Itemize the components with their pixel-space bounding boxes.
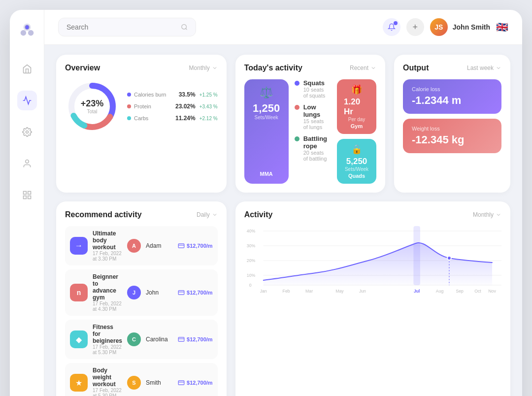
price-icon bbox=[178, 289, 185, 296]
activity-list: Squats 10 seats of squats Low lungs 15 s… bbox=[295, 79, 327, 184]
svg-rect-36 bbox=[413, 226, 420, 285]
stat-row-calories: Calories burn 33.5% +1.25 % bbox=[127, 91, 218, 98]
svg-rect-4 bbox=[26, 26, 29, 30]
quads-tag: Quads bbox=[348, 173, 365, 179]
output-filter[interactable]: Last week bbox=[467, 65, 501, 71]
rec-icon-0: → bbox=[70, 237, 88, 255]
chevron-down-icon bbox=[496, 212, 501, 218]
svg-text:20%: 20% bbox=[246, 258, 255, 263]
chart-area: 40% 30% 20% 10% 0 bbox=[244, 226, 501, 295]
chart-filter[interactable]: Monthly bbox=[473, 211, 501, 218]
recommend-filter[interactable]: Daily bbox=[197, 211, 218, 218]
rec-icon-3: ★ bbox=[70, 374, 88, 392]
output-card: Output Last week Calorie loss -1.2344 m … bbox=[394, 55, 510, 193]
sidebar-item-home[interactable] bbox=[17, 59, 37, 79]
rec-item-2: ◆ Fitness for beigineres 17 Feb, 2022 at… bbox=[65, 320, 218, 359]
stat-change-carbs: +2.12 % bbox=[200, 116, 218, 121]
output-header: Output Last week bbox=[403, 64, 501, 72]
svg-text:Oct: Oct bbox=[474, 289, 481, 294]
donut-center: +23% Total bbox=[81, 99, 104, 114]
overview-filter[interactable]: Monthly bbox=[189, 65, 218, 71]
chevron-down-icon bbox=[212, 212, 218, 218]
svg-line-13 bbox=[186, 29, 187, 30]
sidebar-item-activity[interactable] bbox=[17, 91, 37, 110]
rec-icon-2: ◆ bbox=[70, 330, 88, 348]
svg-point-1 bbox=[20, 30, 26, 35]
svg-text:10%: 10% bbox=[246, 273, 255, 278]
gym-value: 1.20 Hr bbox=[344, 97, 369, 117]
rec-title-0: Ultimate body workout bbox=[93, 230, 122, 251]
output-weight-block: Weight loss -12.345 kg bbox=[403, 119, 501, 153]
overview-content: +23% Total Calories burn 33.5% +1.25 % bbox=[65, 79, 218, 133]
stat-name-carbs: Carbs bbox=[134, 115, 175, 121]
activity-filter[interactable]: Recent bbox=[350, 65, 376, 71]
act-item-squats: Squats 10 seats of squats bbox=[295, 79, 327, 99]
main-content: + JS John Smith 🇬🇧 Overview Monthly bbox=[44, 10, 522, 396]
stat-change-calories: +1.25 % bbox=[200, 92, 218, 98]
price-icon bbox=[178, 242, 185, 249]
chevron-down-icon bbox=[212, 65, 218, 71]
overview-card: Overview Monthly bbox=[56, 55, 227, 193]
rec-info-2: Fitness for beigineres 17 Feb, 2022 at 5… bbox=[93, 324, 122, 355]
chart-header: Activity Monthly bbox=[244, 210, 501, 219]
gym-block: 🎁 1.20 Hr Per day Gym bbox=[337, 79, 376, 134]
act-dot-lungs bbox=[295, 105, 299, 110]
side-blocks: 🎁 1.20 Hr Per day Gym 🔒 5,250 Sets/Week … bbox=[337, 79, 376, 184]
activity-content: ⚖️ 1,250 Sets/Week MMA Squats 10 seats o… bbox=[244, 79, 376, 184]
rec-icon-1: n bbox=[70, 284, 88, 301]
dashboard-body: Overview Monthly bbox=[44, 45, 522, 396]
quads-icon: 🔒 bbox=[351, 144, 362, 155]
rec-price-3: $12,700/m bbox=[178, 379, 213, 386]
search-input[interactable] bbox=[66, 23, 176, 31]
rec-item-0: → Ultimate body workout 17 Feb, 2022 at … bbox=[65, 226, 218, 265]
add-button[interactable]: + bbox=[406, 18, 424, 36]
quads-block: 🔒 5,250 Sets/Week Quads bbox=[337, 139, 376, 184]
svg-point-6 bbox=[25, 160, 29, 164]
gym-tag: Gym bbox=[351, 123, 363, 129]
gym-icon: 🎁 bbox=[351, 84, 362, 95]
stat-name-protein: Protein bbox=[134, 103, 175, 109]
stat-dot-protein bbox=[127, 104, 131, 108]
act-desc-lungs: 15 seats of lungs bbox=[303, 118, 327, 130]
svg-text:Mar: Mar bbox=[305, 289, 313, 294]
rec-item-3: ★ Body weight workout 17 Feb, 2022 at 5.… bbox=[65, 363, 218, 396]
rec-avatar-3: S bbox=[127, 376, 141, 390]
recommend-title: Recommend activity bbox=[65, 210, 142, 219]
search-bar[interactable] bbox=[58, 18, 196, 36]
svg-rect-10 bbox=[23, 196, 26, 199]
activity-title: Today's activity bbox=[244, 64, 302, 72]
stat-row-carbs: Carbs 11.24% +2.12 % bbox=[127, 115, 218, 122]
act-dot-squats bbox=[295, 81, 299, 86]
rec-title-2: Fitness for beigineres bbox=[93, 324, 122, 344]
output-calorie-val: -1.2344 m bbox=[412, 94, 493, 107]
rec-title-3: Body weight workout bbox=[93, 367, 122, 388]
stat-dot-carbs bbox=[127, 116, 131, 120]
donut-percent: +23% bbox=[81, 99, 104, 109]
logo bbox=[17, 20, 37, 40]
chevron-down-icon bbox=[370, 65, 376, 71]
recommend-card: Recommend activity Daily → Ultimate body… bbox=[56, 201, 227, 396]
sidebar-item-gear[interactable] bbox=[17, 185, 37, 205]
overview-header: Overview Monthly bbox=[65, 64, 218, 72]
output-calorie-block: Calorie loss -1.2344 m bbox=[403, 79, 501, 114]
svg-rect-22 bbox=[178, 337, 184, 341]
notification-button[interactable] bbox=[383, 18, 400, 36]
rec-info-3: Body weight workout 17 Feb, 2022 at 5.30… bbox=[93, 367, 122, 396]
price-icon bbox=[178, 336, 185, 343]
sidebar-item-settings[interactable] bbox=[17, 122, 37, 142]
svg-rect-24 bbox=[178, 381, 184, 385]
act-info-squats: Squats 10 seats of squats bbox=[303, 79, 327, 99]
svg-point-12 bbox=[181, 25, 186, 30]
mma-unit: Sets/Week bbox=[255, 115, 278, 120]
act-item-lungs: Low lungs 15 seats of lungs bbox=[295, 103, 327, 130]
overview-stats: Calories burn 33.5% +1.25 % Protein 23.0… bbox=[127, 91, 218, 122]
svg-rect-7 bbox=[23, 192, 26, 195]
sidebar-item-profile[interactable] bbox=[17, 154, 37, 173]
rec-trainer-3: Smith bbox=[146, 379, 173, 386]
user-info: JS John Smith bbox=[430, 18, 490, 36]
donut-chart: +23% Total bbox=[65, 79, 119, 133]
svg-point-2 bbox=[28, 30, 33, 35]
act-name-squats: Squats bbox=[303, 79, 327, 87]
svg-text:Jan: Jan bbox=[260, 289, 266, 294]
svg-text:Feb: Feb bbox=[282, 289, 290, 294]
